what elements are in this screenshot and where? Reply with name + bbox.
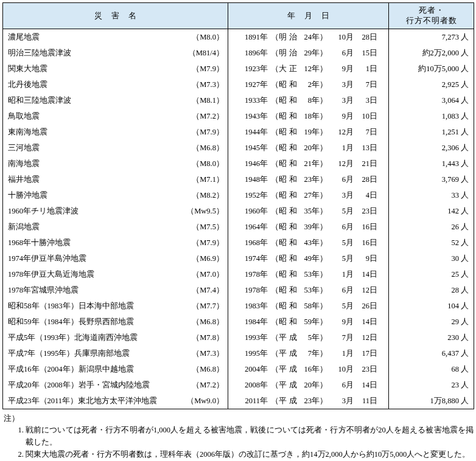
- table-row-name: 1974年伊豆半島沖地震（M6.9）: [3, 251, 228, 266]
- magnitude: （M6.8）: [192, 316, 224, 328]
- table-row-date: 1923年（大正12年）9月1日: [228, 61, 388, 77]
- magnitude: （M6.8）: [192, 363, 224, 375]
- table-row-deaths: 68 人: [389, 361, 474, 377]
- table-row-deaths: 2,925 人: [389, 77, 474, 92]
- disasters-table: 災 害 名 年 月 日 死者・ 行方不明者数 濃尾地震（M8.0）明治三陸地震津…: [2, 2, 474, 409]
- table-row-deaths: 1,443 人: [389, 156, 474, 172]
- notes-label: 注）: [4, 413, 474, 425]
- disaster-name: 平成16年（2004年）新潟県中越地震: [8, 363, 134, 375]
- table-row-deaths: 30 人: [389, 251, 474, 266]
- deaths-column: 7,273 人約2万2,000 人約10万5,000 人2,925 人3,064…: [389, 29, 474, 409]
- magnitude: （M81/4）: [188, 47, 224, 59]
- header-deaths: 死者・ 行方不明者数: [389, 3, 474, 29]
- table-row-deaths: 2,306 人: [389, 140, 474, 156]
- header-date: 年 月 日: [228, 3, 389, 29]
- disaster-name: 平成23年（2011年）東北地方太平洋沖地震: [8, 395, 157, 407]
- table-row-deaths: 3,064 人: [389, 92, 474, 108]
- table-row-date: 1943年（昭和18年）9月10日: [228, 108, 388, 124]
- magnitude: （M8.0）: [192, 158, 224, 170]
- notes-section: 注） 戦前については死者・行方不明者が1,000人を超える被害地震，戦後について…: [2, 413, 474, 461]
- table-row-date: 1948年（昭和23年）6月28日: [228, 172, 388, 187]
- disaster-name: 1978年伊豆大島近海地震: [8, 268, 94, 280]
- magnitude: （Mw9.0）: [186, 395, 224, 407]
- table-row-deaths: 7,273 人: [389, 29, 474, 45]
- magnitude: （M7.2）: [192, 110, 224, 122]
- table-row-deaths: 29 人: [389, 314, 474, 330]
- disaster-name: 平成20年（2008年）岩手・宮城内陸地震: [8, 379, 150, 391]
- magnitude: （M7.0）: [192, 268, 224, 280]
- table-row-name: 1978年伊豆大島近海地震（M7.0）: [3, 266, 228, 282]
- table-row-date: 1946年（昭和21年）12月21日: [228, 156, 388, 172]
- table-row-name: 平成16年（2004年）新潟県中越地震（M6.8）: [3, 361, 228, 377]
- disaster-name: 平成5年（1993年）北海道南西沖地震: [8, 331, 138, 344]
- table-row-deaths: 33 人: [389, 187, 474, 203]
- table-row-date: 1945年（昭和20年）1月13日: [228, 140, 388, 156]
- disaster-name: 昭和59年（1984年）長野県西部地震: [8, 316, 134, 328]
- table-row-name: 平成5年（1993年）北海道南西沖地震（M7.8）: [3, 330, 228, 345]
- disaster-name: 昭和三陸地震津波: [8, 94, 71, 106]
- table-row-date: 1952年（昭和27年）3月4日: [228, 187, 388, 203]
- table-row-name: 明治三陸地震津波（M81/4）: [3, 45, 228, 61]
- table-row-name: 福井地震（M7.1）: [3, 172, 228, 187]
- magnitude: （M7.9）: [192, 237, 224, 249]
- table-row-name: 平成23年（2011年）東北地方太平洋沖地震（Mw9.0）: [3, 393, 228, 409]
- disaster-name: 鳥取地震: [8, 110, 40, 122]
- table-row-name: 1978年宮城県沖地震（M7.4）: [3, 282, 228, 298]
- table-row-date: 1974年（昭和49年）5月9日: [228, 251, 388, 266]
- magnitude: （M7.3）: [192, 347, 224, 359]
- disaster-name: 新潟地震: [8, 221, 40, 233]
- note-item: 関東大地震の死者・行方不明者数は，理科年表（2006年版）の改訂に基づき，約14…: [26, 449, 474, 460]
- table-row-date: 1968年（昭和43年）5月16日: [228, 235, 388, 251]
- name-column: 濃尾地震（M8.0）明治三陸地震津波（M81/4）関東大地震（M7.9）北丹後地…: [3, 29, 228, 409]
- table-row-deaths: 142 人: [389, 203, 474, 219]
- magnitude: （M7.8）: [192, 331, 224, 344]
- magnitude: （M7.5）: [192, 221, 224, 233]
- disaster-name: 福井地震: [8, 173, 40, 185]
- table-row-date: 1978年（昭和53年）6月12日: [228, 282, 388, 298]
- table-row-name: 昭和三陸地震津波（M8.1）: [3, 92, 228, 108]
- disaster-name: 明治三陸地震津波: [8, 47, 71, 59]
- magnitude: （M8.1）: [192, 94, 224, 106]
- table-row-name: 北丹後地震（M7.3）: [3, 77, 228, 92]
- table-row-name: 平成20年（2008年）岩手・宮城内陸地震（M7.2）: [3, 377, 228, 393]
- disaster-name: 1960年チリ地震津波: [8, 205, 79, 217]
- magnitude: （M7.3）: [192, 78, 224, 91]
- table-row-deaths: 1万8,880 人: [389, 393, 474, 409]
- table-row-deaths: 25 人: [389, 266, 474, 282]
- table-row-date: 1964年（昭和39年）6月16日: [228, 219, 388, 235]
- table-row-name: 東南海地震（M7.9）: [3, 124, 228, 140]
- disaster-name: 三河地震: [8, 142, 40, 154]
- disaster-name: 北丹後地震: [8, 78, 47, 91]
- table-row-name: 三河地震（M6.8）: [3, 140, 228, 156]
- table-row-date: 1993年（平成5年）7月12日: [228, 330, 388, 345]
- table-row-deaths: 230 人: [389, 330, 474, 345]
- table-row-name: 1960年チリ地震津波（Mw9.5）: [3, 203, 228, 219]
- table-row-date: 1891年（明治24年）10月28日: [228, 29, 388, 45]
- note-item: 戦前については死者・行方不明者が1,000人を超える被害地震，戦後については死者…: [26, 425, 474, 448]
- magnitude: （M7.4）: [192, 284, 224, 296]
- table-row-name: 南海地震（M8.0）: [3, 156, 228, 172]
- magnitude: （M7.7）: [192, 300, 224, 312]
- table-row-deaths: 3,769 人: [389, 172, 474, 187]
- table-row-date: 1960年（昭和35年）5月23日: [228, 203, 388, 219]
- table-row-name: 鳥取地震（M7.2）: [3, 108, 228, 124]
- table-row-date: 1984年（昭和59年）9月14日: [228, 314, 388, 330]
- magnitude: （M7.1）: [192, 173, 224, 185]
- table-row-deaths: 6,437 人: [389, 345, 474, 361]
- header-name: 災 害 名: [3, 3, 228, 29]
- disaster-name: 1968年十勝沖地震: [8, 237, 71, 249]
- table-row-date: 1896年（明治29年）6月15日: [228, 45, 388, 61]
- disaster-name: 1974年伊豆半島沖地震: [8, 252, 86, 265]
- table-row-name: 新潟地震（M7.5）: [3, 219, 228, 235]
- disaster-name: 関東大地震: [8, 63, 47, 75]
- table-row-deaths: 約2万2,000 人: [389, 45, 474, 61]
- notes-list: 戦前については死者・行方不明者が1,000人を超える被害地震，戦後については死者…: [2, 425, 474, 461]
- table-row-date: 1927年（昭和2年）3月7日: [228, 77, 388, 92]
- disaster-name: 南海地震: [8, 158, 40, 170]
- table-row-name: 十勝沖地震（M8.2）: [3, 187, 228, 203]
- disaster-name: 平成7年（1995年）兵庫県南部地震: [8, 347, 130, 359]
- table-row-name: 昭和58年（1983年）日本海中部地震（M7.7）: [3, 298, 228, 314]
- magnitude: （Mw9.5）: [186, 205, 224, 217]
- magnitude: （M7.2）: [192, 379, 224, 391]
- disaster-name: 濃尾地震: [8, 31, 40, 43]
